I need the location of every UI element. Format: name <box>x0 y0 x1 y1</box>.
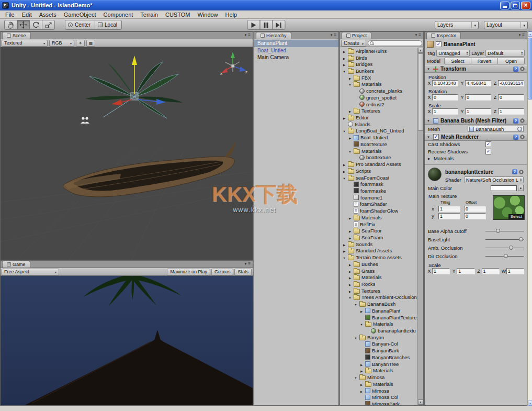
project-tree-item[interactable]: ReflFix <box>341 221 417 228</box>
scroll-up-icon[interactable] <box>418 48 423 53</box>
tab-scene[interactable]: Scene <box>2 32 31 39</box>
project-tree-item[interactable]: Standard Assets <box>341 248 417 254</box>
materials-foldout[interactable]: ▶ Materials <box>425 155 527 162</box>
tree-arrow-icon[interactable] <box>359 308 364 314</box>
tree-arrow-icon[interactable] <box>342 48 346 54</box>
tree-arrow-icon[interactable] <box>348 268 352 274</box>
active-checkbox[interactable] <box>436 41 442 47</box>
scroll-up-icon[interactable] <box>528 31 532 37</box>
tree-arrow-icon[interactable] <box>342 161 346 167</box>
maximize-button[interactable] <box>511 2 520 9</box>
pause-button[interactable] <box>259 20 273 30</box>
project-tree-item[interactable]: Birds <box>341 54 417 61</box>
slider-track[interactable] <box>485 229 524 234</box>
mesh-object-field[interactable]: BananaBush <box>468 126 524 132</box>
center-button[interactable]: Center <box>65 20 95 30</box>
panel-dropdown-icon[interactable] <box>245 31 247 37</box>
texture-preview[interactable]: Select <box>493 195 525 220</box>
menu-item[interactable]: Terrain <box>137 11 162 18</box>
panel-menu-icon[interactable] <box>248 260 251 266</box>
project-tree-item[interactable]: BananaPlantTexture <box>341 314 417 321</box>
project-tree-item[interactable]: Mimosa <box>341 374 417 381</box>
slider-knob[interactable] <box>504 254 508 258</box>
tree-arrow-icon[interactable] <box>342 248 346 253</box>
aspect-dropdown[interactable]: Free Aspect <box>2 269 59 275</box>
hierarchy-item[interactable]: Main Camera <box>254 54 338 61</box>
tree-arrow-icon[interactable] <box>359 381 364 387</box>
position-x-field[interactable]: 0,1043348 <box>432 80 458 86</box>
hierarchy-item[interactable]: BananaPlant <box>254 40 338 47</box>
help-icon[interactable] <box>513 66 518 72</box>
project-tree-item[interactable]: Materials <box>341 368 417 374</box>
project-tree-item[interactable]: foamone1 <box>341 194 417 201</box>
slider-track[interactable] <box>485 254 524 259</box>
tiling-x-field[interactable]: 1 <box>438 206 460 212</box>
tree-arrow-icon[interactable] <box>342 55 346 61</box>
project-tree-item[interactable]: foammask <box>341 181 417 187</box>
game-toolbar-button[interactable]: Gizmos <box>211 269 234 275</box>
panel-dropdown-icon[interactable] <box>415 31 417 37</box>
project-tree-item[interactable]: BanyanBark <box>341 347 417 354</box>
scale-y-field[interactable]: 1 <box>465 108 491 115</box>
project-tree-item[interactable]: redrust2 <box>341 101 417 108</box>
tree-arrow-icon[interactable] <box>348 108 352 114</box>
project-tree-item[interactable]: SeaFoam <box>341 234 417 241</box>
help-icon[interactable] <box>513 118 518 124</box>
project-tree-item[interactable]: Banyan <box>341 334 417 341</box>
rotation-y-field[interactable]: 0 <box>465 94 491 101</box>
color-picker-icon[interactable] <box>518 185 524 191</box>
slider-knob[interactable] <box>496 229 500 233</box>
draw-mode-dropdown[interactable]: Textured <box>2 40 48 47</box>
material-scale-x-field[interactable]: 1 <box>432 268 450 274</box>
project-tree-item[interactable]: Materials <box>341 320 417 327</box>
offset-x-field[interactable]: 0 <box>464 206 486 212</box>
scrollbar-thumb[interactable] <box>418 53 423 131</box>
tab-game[interactable]: Game <box>2 261 30 268</box>
panel-dropdown-icon[interactable] <box>519 31 521 37</box>
menu-item[interactable]: File <box>2 11 18 18</box>
project-tree-item[interactable]: concrete_planks <box>341 87 417 94</box>
tree-arrow-icon[interactable] <box>348 228 352 234</box>
tree-arrow-icon[interactable] <box>348 261 352 267</box>
project-tree-item[interactable]: Materials <box>341 274 417 281</box>
window-titlebar[interactable]: Unity - Untitled - IslandDemo* <box>0 0 532 10</box>
tree-arrow-icon[interactable] <box>348 75 352 81</box>
tree-arrow-icon[interactable] <box>348 81 352 87</box>
tree-arrow-icon[interactable] <box>348 288 352 294</box>
close-button[interactable] <box>521 2 530 9</box>
scroll-down-icon[interactable] <box>528 401 532 406</box>
tree-arrow-icon[interactable] <box>359 361 364 367</box>
project-tree-item[interactable]: BanyanTree <box>341 361 417 368</box>
rotate-tool-button[interactable] <box>29 20 42 30</box>
tree-arrow-icon[interactable] <box>348 148 352 154</box>
project-tree-item[interactable]: Textures <box>341 107 417 114</box>
scale-z-field[interactable]: 1 <box>498 108 524 115</box>
scale-tool-button[interactable] <box>42 20 55 30</box>
project-tree-item[interactable]: Editor <box>341 114 417 121</box>
main-color-swatch[interactable] <box>491 185 517 191</box>
tree-arrow-icon[interactable] <box>354 335 358 340</box>
panel-menu-icon[interactable] <box>248 31 251 37</box>
project-tree-item[interactable]: Materials <box>341 214 417 221</box>
foldout-arrow-icon[interactable]: ▼ <box>427 136 431 139</box>
tree-arrow-icon[interactable] <box>342 241 346 247</box>
material-preview-sphere[interactable] <box>428 168 442 181</box>
play-button[interactable] <box>247 20 260 30</box>
minimize-button[interactable] <box>500 2 510 9</box>
rotation-z-field[interactable]: 0 <box>498 94 524 101</box>
panel-menu-icon[interactable] <box>522 31 525 37</box>
pan-tool-button[interactable] <box>4 20 17 30</box>
tree-arrow-icon[interactable] <box>359 368 364 373</box>
game-viewport[interactable] <box>1 276 253 405</box>
move-tool-button[interactable] <box>17 20 30 30</box>
model-button[interactable]: Revert <box>471 58 498 64</box>
tree-arrow-icon[interactable] <box>348 215 352 220</box>
panel-menu-icon[interactable] <box>418 31 421 37</box>
project-tree-item[interactable]: LongBoat_NC_Untied <box>341 128 417 135</box>
project-tree-item[interactable]: green_spottet <box>341 94 417 101</box>
project-tree-item[interactable]: foamShaderGlow <box>341 207 417 214</box>
project-tree-item[interactable]: Textures <box>341 287 417 294</box>
tree-arrow-icon[interactable] <box>348 274 352 280</box>
project-tree-item[interactable]: SeaFloor <box>341 227 417 234</box>
project-tree-item[interactable]: Boat_Untied <box>341 134 417 141</box>
